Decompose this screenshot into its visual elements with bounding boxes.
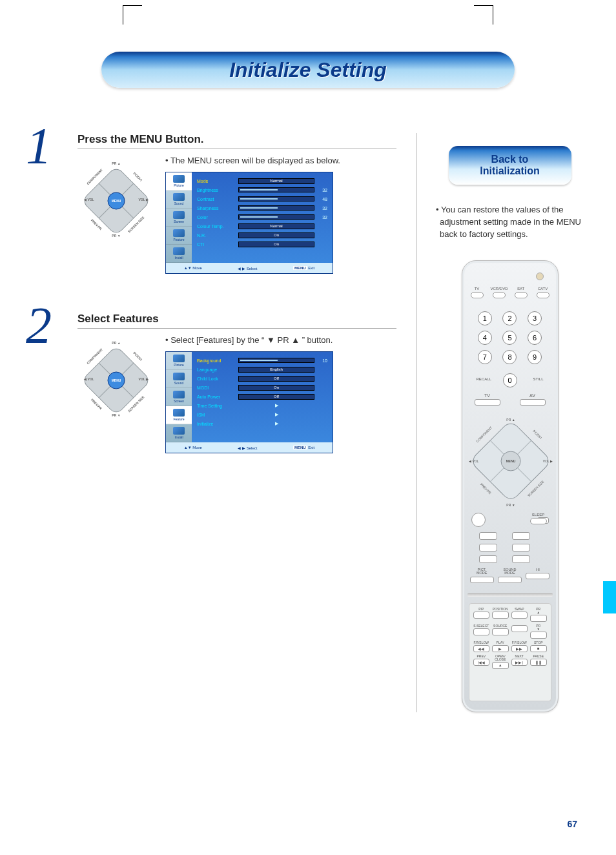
dpad-center-label: MENU (112, 378, 121, 382)
remote-dpad-bottom: PR ▼ (506, 503, 515, 507)
remote-source: CATV (535, 287, 551, 298)
osd-row: Child LockOff (197, 374, 327, 383)
remote-source: TV (469, 287, 486, 298)
osd-row: N.R.On (197, 231, 327, 240)
osd-tab-icon (173, 193, 185, 201)
osd-row-slider (238, 196, 314, 201)
remote-lower-cell: PR ▲ (530, 608, 547, 622)
osd-row: Color32 (197, 212, 327, 221)
dpad-center-label: MENU (112, 199, 121, 203)
osd-tab: Screen (166, 209, 192, 227)
osd-row: Contrast48 (197, 194, 327, 203)
dpad-label-bottom: PR ▼ (112, 413, 120, 417)
remote-dpad-left: ◀ VOL (469, 459, 479, 463)
osd-row-arrow: ▶ (238, 403, 314, 408)
remote-num-button: 6 (528, 331, 542, 345)
osd-row-label: Brightness (197, 188, 236, 192)
remote-num-button: 9 (528, 350, 542, 364)
osd-row: LanguageEnglish (197, 365, 327, 374)
osd-row-label: Initialize (197, 422, 236, 426)
osd-row-value: On (238, 385, 314, 391)
remote-fn-button (512, 544, 530, 551)
remote-lower-cell: PR ▼ (530, 624, 547, 639)
remote-lower-cell: PLAY▶ (492, 641, 509, 652)
osd-row-label: Language (197, 367, 236, 372)
osd-row-label: Sharpness (197, 206, 236, 211)
osd-tab-label: Picture (174, 363, 184, 367)
osd-tab-icon (173, 229, 185, 237)
dpad-label-right: VOL ▶ (138, 377, 149, 381)
osd-tab-icon (173, 409, 185, 417)
osd-row-label: Time Setting (197, 404, 236, 408)
remote-lower-cell (511, 624, 528, 639)
osd-row-label: Auto Power (197, 395, 236, 399)
osd-row: Colour Temp.Normal (197, 221, 327, 231)
osd-tab-icon (173, 427, 185, 435)
remote-fn-button (512, 555, 530, 563)
remote-soundmode-label: SOUND MODE (498, 568, 522, 575)
osd-menu-features: PictureSoundScreenFeatureInstallBackgrou… (165, 351, 333, 453)
osd-footer: ▲▼ Move◀ ▶ SelectMENU Exit (166, 263, 333, 273)
osd-row-value: English (238, 367, 314, 373)
remote-divider (467, 593, 553, 597)
dpad-diagram: MENU PR ▲ PR ▼ ◀ VOL VOL ▶ COMPONENT PC/… (77, 156, 155, 240)
remote-led (536, 273, 544, 280)
osd-tab: Picture (166, 172, 192, 191)
crop-mark (474, 5, 493, 25)
back-pill-line2: Initialization (480, 165, 539, 177)
dpad-label-top: PR ▲ (112, 341, 120, 345)
osd-row: ISM▶ (197, 410, 327, 419)
osd-row-slider (238, 358, 314, 363)
osd-tab-label: Install (174, 256, 183, 260)
remote-source: VCR/DVD (491, 287, 508, 298)
osd-tab-label: Feature (173, 417, 184, 421)
osd-row-label: Child Lock (197, 376, 236, 381)
remote-source: SAT (513, 287, 529, 298)
steps-column: 1 Press the MENU Button. (32, 133, 396, 712)
back-to-pill: Back to Initialization (449, 146, 571, 185)
remote-lower-cell: PIP (473, 608, 490, 622)
osd-tab: Sound (166, 370, 192, 388)
osd-row: Sharpness32 (197, 203, 327, 212)
remote-tv-label: TV (471, 393, 504, 398)
remote-lower-cell: SOURCE (492, 624, 509, 639)
remote-recall-label: RECALL (477, 377, 491, 381)
page-number: 67 (567, 819, 577, 829)
step-number: 2 (26, 300, 52, 351)
osd-tab-icon (173, 247, 185, 255)
remote-round-button (471, 513, 486, 527)
osd-tab: Picture (166, 352, 192, 370)
remote-menu-label: MENU (506, 459, 515, 463)
osd-row-label: Color (197, 215, 236, 220)
remote-fn-button (479, 555, 497, 563)
remote-soundmode-button (498, 577, 522, 583)
remote-lower-panel: PIPPOSITIONSWAPPR ▲S.SELECTSOURCEPR ▼F.R… (469, 603, 551, 701)
dpad-label-top: PR ▲ (112, 161, 120, 165)
remote-lower-cell: OPEN/ CLOSE▲ (492, 655, 509, 669)
osd-tab-label: Sound (174, 381, 183, 385)
osd-footer: ▲▼ Move◀ ▶ SelectMENU Exit (166, 442, 333, 453)
dpad-label-ur: PC/DVI (132, 172, 143, 182)
remote-num-button: 3 (528, 311, 542, 325)
dpad-label-left: ◀ VOL (83, 198, 94, 201)
osd-tab: Feature (166, 406, 192, 424)
step-title: Select Features (77, 313, 396, 329)
step-title: Press the MENU Button. (77, 133, 396, 149)
osd-row-number: 32 (317, 188, 327, 192)
remote-lower-cell: S.SELECT (473, 624, 490, 639)
remote-ii-label: I·II (526, 568, 549, 572)
remote-lower-cell: PREV|◀◀ (473, 655, 490, 669)
remote-lower-cell: POSITION (492, 608, 509, 622)
remote-num-button: 5 (502, 331, 517, 345)
remote-ii-button (526, 573, 549, 579)
osd-row-label: Contrast (197, 197, 236, 201)
remote-dpad-ll: PREV.PR (479, 482, 492, 495)
remote-sleep-button (530, 518, 547, 524)
osd-tab-label: Feature (173, 238, 184, 242)
remote-lower-cell: NEXT▶▶| (511, 655, 528, 669)
osd-tab: Install (166, 245, 192, 263)
dpad-label-bottom: PR ▼ (112, 234, 120, 238)
remote-dpad: MENU PR ▲ PR ▼ ◀ VOL VOL ▶ COMPONENT PC/… (462, 411, 558, 508)
remote-lower-cell: F.F/SLOW▶▶ (511, 641, 528, 652)
remote-sleep-label: SLEEP (528, 513, 549, 517)
